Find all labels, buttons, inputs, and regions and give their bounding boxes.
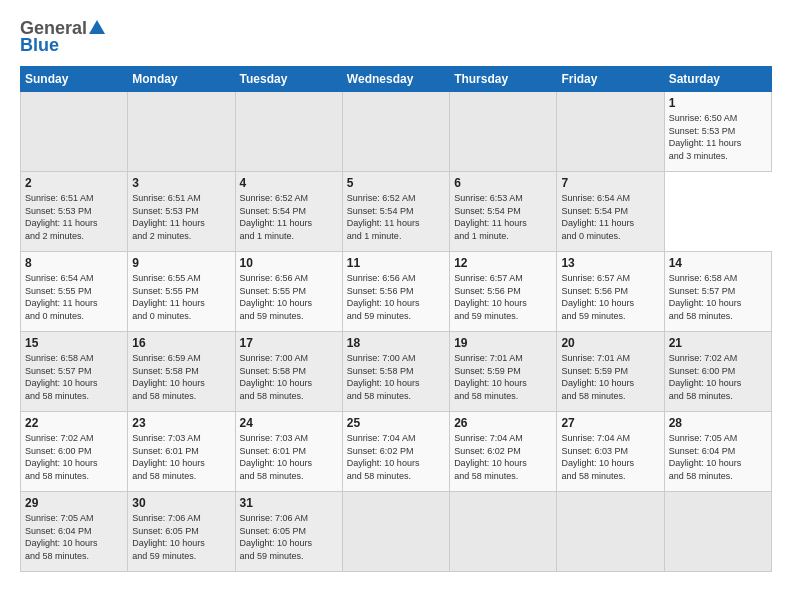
day-info: Sunrise: 7:06 AM Sunset: 6:05 PM Dayligh… bbox=[240, 512, 338, 562]
day-number: 29 bbox=[25, 496, 123, 510]
calendar-header-day: Thursday bbox=[450, 67, 557, 92]
calendar-day-cell: 27Sunrise: 7:04 AM Sunset: 6:03 PM Dayli… bbox=[557, 412, 664, 492]
day-info: Sunrise: 7:04 AM Sunset: 6:03 PM Dayligh… bbox=[561, 432, 659, 482]
day-number: 4 bbox=[240, 176, 338, 190]
day-info: Sunrise: 7:05 AM Sunset: 6:04 PM Dayligh… bbox=[669, 432, 767, 482]
day-number: 21 bbox=[669, 336, 767, 350]
day-number: 6 bbox=[454, 176, 552, 190]
calendar-day-cell bbox=[557, 492, 664, 572]
day-number: 11 bbox=[347, 256, 445, 270]
calendar-day-cell: 4Sunrise: 6:52 AM Sunset: 5:54 PM Daylig… bbox=[235, 172, 342, 252]
calendar-week-row: 2Sunrise: 6:51 AM Sunset: 5:53 PM Daylig… bbox=[21, 172, 772, 252]
day-number: 25 bbox=[347, 416, 445, 430]
calendar-header-day: Sunday bbox=[21, 67, 128, 92]
day-number: 10 bbox=[240, 256, 338, 270]
day-info: Sunrise: 6:59 AM Sunset: 5:58 PM Dayligh… bbox=[132, 352, 230, 402]
calendar-day-cell: 18Sunrise: 7:00 AM Sunset: 5:58 PM Dayli… bbox=[342, 332, 449, 412]
day-info: Sunrise: 7:04 AM Sunset: 6:02 PM Dayligh… bbox=[347, 432, 445, 482]
page: General Blue SundayMondayTuesdayWednesda… bbox=[0, 0, 792, 612]
day-number: 22 bbox=[25, 416, 123, 430]
day-info: Sunrise: 6:53 AM Sunset: 5:54 PM Dayligh… bbox=[454, 192, 552, 242]
calendar-day-cell bbox=[664, 492, 771, 572]
calendar-week-row: 1Sunrise: 6:50 AM Sunset: 5:53 PM Daylig… bbox=[21, 92, 772, 172]
calendar-day-cell: 11Sunrise: 6:56 AM Sunset: 5:56 PM Dayli… bbox=[342, 252, 449, 332]
calendar-day-cell: 25Sunrise: 7:04 AM Sunset: 6:02 PM Dayli… bbox=[342, 412, 449, 492]
calendar-day-cell: 26Sunrise: 7:04 AM Sunset: 6:02 PM Dayli… bbox=[450, 412, 557, 492]
day-number: 19 bbox=[454, 336, 552, 350]
day-info: Sunrise: 6:55 AM Sunset: 5:55 PM Dayligh… bbox=[132, 272, 230, 322]
day-info: Sunrise: 6:54 AM Sunset: 5:55 PM Dayligh… bbox=[25, 272, 123, 322]
calendar-header-day: Friday bbox=[557, 67, 664, 92]
day-info: Sunrise: 7:03 AM Sunset: 6:01 PM Dayligh… bbox=[240, 432, 338, 482]
calendar-day-cell: 5Sunrise: 6:52 AM Sunset: 5:54 PM Daylig… bbox=[342, 172, 449, 252]
logo: General Blue bbox=[20, 18, 106, 56]
calendar-day-cell bbox=[557, 92, 664, 172]
calendar-day-cell bbox=[450, 492, 557, 572]
calendar-table: SundayMondayTuesdayWednesdayThursdayFrid… bbox=[20, 66, 772, 572]
day-number: 16 bbox=[132, 336, 230, 350]
day-number: 5 bbox=[347, 176, 445, 190]
svg-marker-0 bbox=[89, 20, 105, 34]
day-number: 12 bbox=[454, 256, 552, 270]
day-number: 20 bbox=[561, 336, 659, 350]
day-info: Sunrise: 6:57 AM Sunset: 5:56 PM Dayligh… bbox=[454, 272, 552, 322]
day-number: 24 bbox=[240, 416, 338, 430]
day-number: 17 bbox=[240, 336, 338, 350]
calendar-day-cell: 31Sunrise: 7:06 AM Sunset: 6:05 PM Dayli… bbox=[235, 492, 342, 572]
day-number: 14 bbox=[669, 256, 767, 270]
calendar-day-cell: 15Sunrise: 6:58 AM Sunset: 5:57 PM Dayli… bbox=[21, 332, 128, 412]
day-info: Sunrise: 6:51 AM Sunset: 5:53 PM Dayligh… bbox=[132, 192, 230, 242]
calendar-day-cell bbox=[342, 492, 449, 572]
calendar-header-row: SundayMondayTuesdayWednesdayThursdayFrid… bbox=[21, 67, 772, 92]
calendar-day-cell: 6Sunrise: 6:53 AM Sunset: 5:54 PM Daylig… bbox=[450, 172, 557, 252]
day-info: Sunrise: 7:01 AM Sunset: 5:59 PM Dayligh… bbox=[454, 352, 552, 402]
logo-icon bbox=[88, 18, 106, 36]
day-number: 8 bbox=[25, 256, 123, 270]
calendar-header-day: Tuesday bbox=[235, 67, 342, 92]
day-number: 7 bbox=[561, 176, 659, 190]
calendar-header-day: Saturday bbox=[664, 67, 771, 92]
calendar-day-cell: 22Sunrise: 7:02 AM Sunset: 6:00 PM Dayli… bbox=[21, 412, 128, 492]
calendar-day-cell bbox=[128, 92, 235, 172]
day-info: Sunrise: 7:04 AM Sunset: 6:02 PM Dayligh… bbox=[454, 432, 552, 482]
day-number: 28 bbox=[669, 416, 767, 430]
calendar-week-row: 15Sunrise: 6:58 AM Sunset: 5:57 PM Dayli… bbox=[21, 332, 772, 412]
calendar-header-day: Wednesday bbox=[342, 67, 449, 92]
calendar-day-cell: 19Sunrise: 7:01 AM Sunset: 5:59 PM Dayli… bbox=[450, 332, 557, 412]
day-number: 31 bbox=[240, 496, 338, 510]
day-info: Sunrise: 6:58 AM Sunset: 5:57 PM Dayligh… bbox=[669, 272, 767, 322]
calendar-day-cell bbox=[450, 92, 557, 172]
day-info: Sunrise: 7:03 AM Sunset: 6:01 PM Dayligh… bbox=[132, 432, 230, 482]
day-number: 18 bbox=[347, 336, 445, 350]
calendar-day-cell: 16Sunrise: 6:59 AM Sunset: 5:58 PM Dayli… bbox=[128, 332, 235, 412]
day-number: 9 bbox=[132, 256, 230, 270]
calendar-day-cell: 17Sunrise: 7:00 AM Sunset: 5:58 PM Dayli… bbox=[235, 332, 342, 412]
day-number: 26 bbox=[454, 416, 552, 430]
calendar-day-cell: 10Sunrise: 6:56 AM Sunset: 5:55 PM Dayli… bbox=[235, 252, 342, 332]
calendar-day-cell: 20Sunrise: 7:01 AM Sunset: 5:59 PM Dayli… bbox=[557, 332, 664, 412]
day-number: 3 bbox=[132, 176, 230, 190]
calendar-day-cell: 7Sunrise: 6:54 AM Sunset: 5:54 PM Daylig… bbox=[557, 172, 664, 252]
calendar-day-cell: 2Sunrise: 6:51 AM Sunset: 5:53 PM Daylig… bbox=[21, 172, 128, 252]
day-number: 15 bbox=[25, 336, 123, 350]
day-info: Sunrise: 6:56 AM Sunset: 5:55 PM Dayligh… bbox=[240, 272, 338, 322]
day-info: Sunrise: 6:52 AM Sunset: 5:54 PM Dayligh… bbox=[240, 192, 338, 242]
day-number: 13 bbox=[561, 256, 659, 270]
calendar-day-cell: 24Sunrise: 7:03 AM Sunset: 6:01 PM Dayli… bbox=[235, 412, 342, 492]
day-info: Sunrise: 7:00 AM Sunset: 5:58 PM Dayligh… bbox=[347, 352, 445, 402]
day-info: Sunrise: 7:02 AM Sunset: 6:00 PM Dayligh… bbox=[669, 352, 767, 402]
day-info: Sunrise: 6:56 AM Sunset: 5:56 PM Dayligh… bbox=[347, 272, 445, 322]
calendar-day-cell: 29Sunrise: 7:05 AM Sunset: 6:04 PM Dayli… bbox=[21, 492, 128, 572]
logo-blue-text: Blue bbox=[20, 35, 59, 56]
calendar-week-row: 29Sunrise: 7:05 AM Sunset: 6:04 PM Dayli… bbox=[21, 492, 772, 572]
calendar-day-cell bbox=[235, 92, 342, 172]
calendar-day-cell bbox=[342, 92, 449, 172]
calendar-day-cell: 30Sunrise: 7:06 AM Sunset: 6:05 PM Dayli… bbox=[128, 492, 235, 572]
day-number: 27 bbox=[561, 416, 659, 430]
calendar-day-cell: 14Sunrise: 6:58 AM Sunset: 5:57 PM Dayli… bbox=[664, 252, 771, 332]
day-info: Sunrise: 7:02 AM Sunset: 6:00 PM Dayligh… bbox=[25, 432, 123, 482]
day-info: Sunrise: 6:58 AM Sunset: 5:57 PM Dayligh… bbox=[25, 352, 123, 402]
day-info: Sunrise: 6:54 AM Sunset: 5:54 PM Dayligh… bbox=[561, 192, 659, 242]
day-number: 1 bbox=[669, 96, 767, 110]
calendar-day-cell: 8Sunrise: 6:54 AM Sunset: 5:55 PM Daylig… bbox=[21, 252, 128, 332]
